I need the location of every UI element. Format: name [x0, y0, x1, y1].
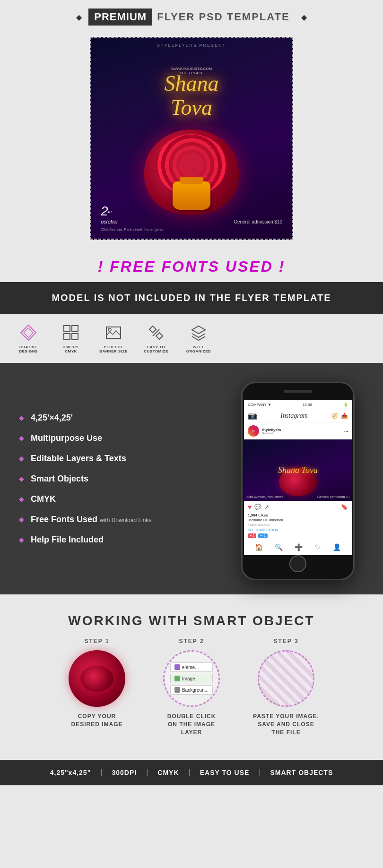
flyer-container: STYLEFLYERS PRESENT WWW.YOURSITE.COM YOU… — [0, 32, 383, 249]
step-2: STEP 2 eleme... Image Backgroun... — [154, 638, 229, 736]
feature-item-size: ◆ 4,25'×4,25' — [19, 413, 218, 423]
image-icon — [104, 323, 123, 342]
instagram-post-title: Shana Tova — [278, 465, 318, 475]
svg-marker-1 — [24, 328, 33, 337]
feature-text-multipurpose: Multipurpose Use — [31, 433, 102, 443]
diamond-icon — [19, 323, 38, 342]
instagram-see-translation[interactable]: SEE TRANSLATION — [244, 527, 352, 533]
feature-item-smart: ◆ Smart Objects — [19, 474, 218, 484]
instagram-logo: Instagram — [280, 412, 308, 420]
footer-dpi: 300DPI — [112, 769, 137, 776]
step-2-circle: eleme... Image Backgroun... — [163, 650, 220, 707]
phone-home-button[interactable] — [289, 555, 306, 572]
feature-text-cmyk: CMYK — [31, 494, 56, 504]
diamond-right-icon: ◆ — [301, 13, 307, 22]
smart-object-section: WORKING WITH SMART OBJECT STEP 1 COPY YO… — [0, 594, 383, 750]
more-options-icon[interactable]: ··· — [344, 427, 348, 435]
feature-diamond-icon-4: ◆ — [19, 475, 24, 482]
instagram-header: 📷 Instagram 🧭 📤 — [244, 409, 352, 422]
feature-diamond-icon-5: ◆ — [19, 495, 24, 503]
heart-icon[interactable]: ♥ — [248, 503, 252, 511]
flyer-title: Shana Tova — [165, 72, 219, 120]
svg-rect-9 — [156, 333, 163, 339]
icon-label-customize: EASY TOCUSTOMIZE — [144, 345, 168, 353]
phone-status-bar: COMPANY ▼ 15:09 🔋 — [244, 400, 352, 409]
svg-rect-4 — [64, 334, 70, 340]
compass-icon: 🧭 — [331, 413, 338, 419]
free-fonts-text: ! FREE FONTS USED ! — [98, 258, 286, 275]
feature-small-fonts: with Download Links — [100, 517, 151, 524]
instagram-profile: S Styleflyers New York ··· — [244, 422, 352, 439]
icon-item-300dpi: 300 DPICMYK — [57, 323, 85, 353]
layer-icon — [174, 664, 180, 670]
feature-text-layers: Editable Layers & Texts — [31, 454, 126, 464]
footer-cmyk: CMYK — [157, 769, 179, 776]
step-3-label: STEP 3 — [273, 638, 298, 645]
instagram-comment: username Hi!! #marinad — [244, 517, 352, 523]
icon-item-creative: CRATIVEDESIGNS — [14, 323, 43, 353]
page-header: ◆ PREMIUM FLYER PSD TEMPLATE ◆ — [0, 0, 383, 32]
features-list: ◆ 4,25'×4,25' ◆ Multipurpose Use ◆ Edita… — [19, 377, 218, 580]
footer-smart: SMART OBJECTS — [270, 769, 333, 776]
flyer-styleflyers-text: STYLEFLYERS PRESENT — [157, 43, 226, 48]
svg-marker-0 — [21, 325, 36, 340]
home-nav-icon[interactable]: 🏠 — [255, 543, 263, 551]
step-3: STEP 3 PASTE YOUR IMAGE,SAVE AND CLOSETH… — [248, 638, 324, 736]
icon-label-organized: WELLORGANIZED — [186, 345, 211, 353]
premium-label: PREMIUM — [88, 9, 152, 26]
feature-diamond-icon-2: ◆ — [19, 434, 24, 442]
instagram-time: 8 MINUTES AGO — [244, 523, 352, 527]
grid-icon — [61, 323, 80, 342]
model-banner: MODEL IS NOT INCLUDED IN THE FLYER TEMPL… — [0, 282, 383, 314]
icon-label-300dpi: 300 DPICMYK — [63, 345, 78, 353]
comment-icon[interactable]: 💬 — [254, 504, 261, 510]
step-2-layers: eleme... Image Backgroun... — [165, 658, 218, 699]
instagram-likes: 1,984 Likes — [244, 513, 352, 517]
feature-diamond-icon-6: ◆ — [19, 516, 24, 523]
phone-time: 15:09 — [303, 403, 312, 407]
svg-rect-8 — [149, 326, 156, 333]
icon-item-organized: WELLORGANIZED — [184, 323, 213, 353]
feature-item-fonts: ◆ Free Fonts Used with Download Links — [19, 515, 218, 524]
svg-marker-11 — [192, 326, 205, 334]
step-1-circle — [69, 650, 125, 707]
footer-bar: 4,25"x4,25" | 300DPI | CMYK | EASY TO US… — [0, 760, 383, 785]
add-nav-icon[interactable]: ➕ — [295, 543, 303, 551]
step-1-label: STEP 1 — [84, 638, 109, 645]
model-banner-inner: MODEL IS NOT INCLUDED IN THE FLYER TEMPL… — [0, 282, 383, 314]
instagram-header-icons: 🧭 📤 — [331, 413, 348, 419]
profile-nav-icon[interactable]: 👤 — [333, 543, 341, 551]
search-nav-icon[interactable]: 🔍 — [275, 543, 283, 551]
steps-row: STEP 1 COPY YOURDESIRED IMAGE STEP 2 ele… — [14, 638, 369, 736]
instagram-username: Styleflyers — [262, 428, 344, 432]
feature-text-fonts: Free Fonts Used with Download Links — [31, 515, 151, 524]
phone-screen: COMPANY ▼ 15:09 🔋 📷 Instagram 🧭 📤 S — [244, 400, 352, 555]
footer-divider-3: | — [189, 768, 191, 777]
send-icon: 📤 — [341, 413, 348, 419]
instagram-actions: ♥ 💬 ↗ 🔖 — [244, 501, 352, 513]
layers-icon — [189, 323, 208, 342]
footer-divider-4: | — [259, 768, 261, 777]
flyer-date: 2th october — [101, 204, 118, 224]
footer-divider-2: | — [146, 768, 148, 777]
feature-item-multipurpose: ◆ Multipurpose Use — [19, 433, 218, 443]
phone-battery-icon: 🔋 — [343, 403, 348, 407]
instagram-location: New York — [262, 432, 344, 435]
instagram-post-image: Shana Tova General admission 10 23rd Ave… — [244, 439, 352, 501]
layer-icon-3 — [174, 687, 180, 693]
icon-item-customize: EASY TOCUSTOMIZE — [142, 323, 170, 353]
favorites-nav-icon[interactable]: ♡ — [315, 543, 321, 551]
instagram-post-address: 23rd Avenue, Park street — [246, 495, 283, 498]
share-icon[interactable]: ↗ — [264, 504, 269, 510]
flyer-image: STYLEFLYERS PRESENT WWW.YOURSITE.COM YOU… — [90, 37, 293, 240]
instagram-nav: 🏠 🔍 ➕ ♡ 👤 — [244, 539, 352, 555]
feature-diamond-icon-3: ◆ — [19, 455, 24, 462]
phone-signal: COMPANY ▼ — [248, 403, 271, 407]
layer-item-image: Image — [170, 674, 213, 683]
icon-item-banner: PERFECTBANNER SIZE — [99, 323, 128, 353]
feature-item-help: ◆ Help File Included — [19, 535, 218, 545]
instagram-post-admission: General admission 10 — [317, 495, 349, 498]
bookmark-icon[interactable]: 🔖 — [341, 504, 348, 510]
instagram-badges: ♥ 2 ↩ 1 — [244, 533, 352, 539]
svg-line-10 — [153, 329, 159, 336]
